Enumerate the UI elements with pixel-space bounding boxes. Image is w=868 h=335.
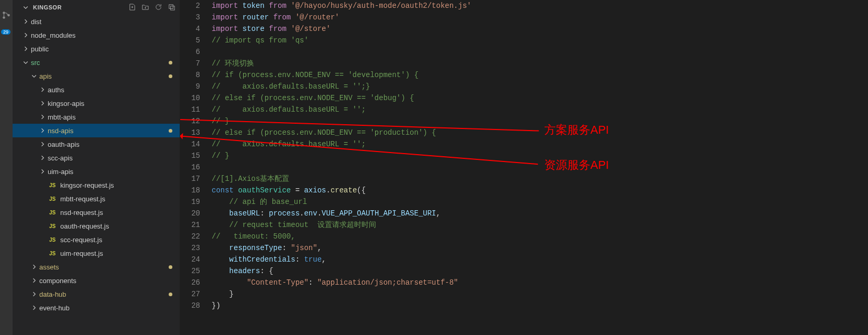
file-uim-request.js[interactable]: JSuim-request.js — [13, 246, 180, 260]
line-number: 23 — [180, 242, 200, 254]
folder-assets[interactable]: assets — [13, 260, 180, 274]
tree-item-label: scc-request.js — [60, 236, 102, 244]
code-line[interactable]: // if (process.env.NODE_ENV == 'developm… — [212, 69, 868, 81]
code-line[interactable]: // } — [212, 150, 868, 161]
line-number: 16 — [180, 161, 200, 173]
chevron-right-icon — [39, 236, 46, 243]
code-line[interactable]: headers: { — [212, 265, 868, 277]
code-line[interactable]: // api 的 base_url — [212, 196, 868, 208]
file-oauth-request.js[interactable]: JSoauth-request.js — [13, 219, 180, 233]
code-line[interactable]: // axios.defaults.baseURL = ''; — [212, 138, 868, 150]
line-number: 14 — [180, 138, 200, 150]
explorer-header[interactable]: KINGSOR — [13, 0, 180, 15]
folder-kingsor-apis[interactable]: kingsor-apis — [13, 96, 180, 110]
svg-point-2 — [7, 14, 10, 17]
folder-uim-apis[interactable]: uim-apis — [13, 165, 180, 178]
chevron-right-icon — [39, 113, 46, 121]
modified-dot-icon — [169, 74, 172, 78]
code-line[interactable]: }) — [212, 300, 868, 311]
code-line[interactable]: // } — [212, 115, 868, 127]
folder-data-hub[interactable]: data-hub — [13, 287, 180, 301]
code-line[interactable]: // else if (process.env.NODE_ENV == 'deb… — [212, 92, 868, 104]
line-number: 11 — [180, 104, 200, 115]
chevron-right-icon — [39, 168, 46, 175]
folder-auths[interactable]: auths — [13, 83, 180, 96]
tree-item-label: oauth-apis — [48, 141, 80, 148]
code-line[interactable]: // 环境切换 — [212, 58, 868, 69]
file-mbtt-request.js[interactable]: JSmbtt-request.js — [13, 192, 180, 206]
code-line[interactable]: baseURL: process.env.VUE_APP_OAUTH_API_B… — [212, 208, 868, 219]
chevron-right-icon — [39, 181, 46, 189]
code-line[interactable]: // else if (process.env.NODE_ENV == 'pro… — [212, 127, 868, 138]
activity-bar: 29 — [0, 0, 13, 335]
modified-dot-icon — [169, 293, 172, 296]
new-folder-icon[interactable] — [141, 3, 149, 12]
tree-item-label: auths — [48, 86, 64, 94]
code-line[interactable]: import token from '@/hayoo/husky/auth-mo… — [212, 0, 868, 12]
code-line[interactable]: // request timeout 设置请求超时时间 — [212, 219, 868, 231]
code-line[interactable]: withCredentials: true, — [212, 254, 868, 265]
folder-node_modules[interactable]: node_modules — [13, 28, 180, 42]
modified-dot-icon — [169, 265, 172, 269]
code-line[interactable]: import router from '@/router' — [212, 12, 868, 23]
js-file-icon: JS — [48, 221, 57, 231]
modified-dot-icon — [169, 61, 172, 64]
line-number: 5 — [180, 35, 200, 46]
code-line[interactable]: } — [212, 288, 868, 300]
line-number: 17 — [180, 173, 200, 185]
folder-dist[interactable]: dist — [13, 15, 180, 28]
source-control-icon[interactable] — [2, 10, 11, 21]
code-editor[interactable]: 2345678910111213141516171819202122232425… — [180, 0, 868, 335]
line-number: 28 — [180, 300, 200, 311]
file-scc-request.js[interactable]: JSscc-request.js — [13, 233, 180, 246]
line-number: 2 — [180, 0, 200, 12]
code-line[interactable] — [212, 161, 868, 173]
code-line[interactable]: // import qs from 'qs' — [212, 35, 868, 46]
folder-scc-apis[interactable]: scc-apis — [13, 151, 180, 165]
chevron-right-icon — [22, 45, 29, 52]
code-line[interactable]: // axios.defaults.baseURL = '';} — [212, 81, 868, 92]
line-number: 20 — [180, 208, 200, 219]
line-number: 8 — [180, 69, 200, 81]
tree-item-label: apis — [39, 72, 52, 80]
chevron-down-icon — [22, 59, 29, 66]
code-line[interactable]: "Content-Type": "application/json;charse… — [212, 277, 868, 288]
js-file-icon: JS — [48, 235, 57, 244]
chevron-right-icon — [39, 141, 46, 148]
folder-public[interactable]: public — [13, 42, 180, 56]
code-line[interactable]: //[1].Axios基本配置 — [212, 173, 868, 185]
svg-point-0 — [3, 12, 5, 14]
tree-item-label: nsd-apis — [48, 127, 73, 135]
collapse-all-icon[interactable] — [168, 3, 175, 12]
explorer-title: KINGSOR — [33, 4, 62, 10]
tree-item-label: dist — [31, 18, 41, 26]
folder-mbtt-apis[interactable]: mbtt-apis — [13, 110, 180, 124]
code-line[interactable]: // axios.defaults.baseURL = ''; — [212, 104, 868, 115]
folder-src[interactable]: src — [13, 56, 180, 69]
folder-nsd-apis[interactable]: nsd-apis — [13, 124, 180, 137]
code-line[interactable]: import store from '@/store' — [212, 23, 868, 35]
code-content[interactable]: import token from '@/hayoo/husky/auth-mo… — [212, 0, 868, 335]
tree-item-label: kingsor-request.js — [60, 181, 114, 189]
line-number: 13 — [180, 127, 200, 138]
js-file-icon: JS — [48, 180, 57, 190]
tree-item-label: nsd-request.js — [60, 209, 103, 217]
code-line[interactable]: // timeout: 5000, — [212, 231, 868, 242]
badge-count: 29 — [1, 29, 10, 35]
code-line[interactable]: const oauthService = axios.create({ — [212, 185, 868, 196]
code-line[interactable]: responseType: "json", — [212, 242, 868, 254]
svg-point-1 — [3, 16, 5, 19]
new-file-icon[interactable] — [128, 3, 136, 12]
folder-oauth-apis[interactable]: oauth-apis — [13, 137, 180, 151]
code-line[interactable] — [212, 46, 868, 58]
line-number: 25 — [180, 265, 200, 277]
line-number: 27 — [180, 288, 200, 300]
folder-event-hub[interactable]: event-hub — [13, 301, 180, 315]
folder-apis[interactable]: apis — [13, 69, 180, 83]
file-kingsor-request.js[interactable]: JSkingsor-request.js — [13, 178, 180, 192]
file-tree[interactable]: distnode_modulespublicsrcapisauthskingso… — [13, 15, 180, 335]
folder-components[interactable]: components — [13, 274, 180, 287]
file-nsd-request.js[interactable]: JSnsd-request.js — [13, 206, 180, 219]
modified-dot-icon — [169, 129, 172, 133]
refresh-icon[interactable] — [155, 3, 162, 12]
